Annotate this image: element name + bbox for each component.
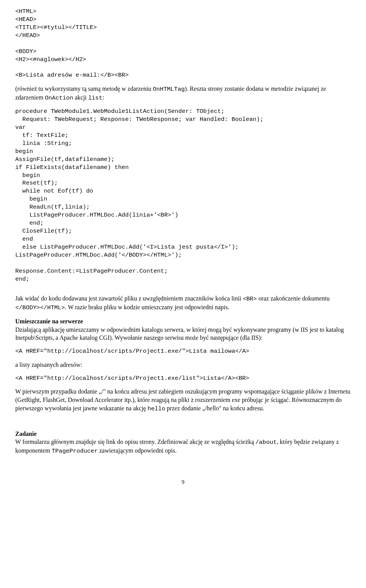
- code-block-4: <A HREF="http://localhost/scripts/Projec…: [15, 374, 351, 382]
- inline-code: TPageProducer: [52, 448, 98, 455]
- code-block-2: procedure TWebModule1.WebModule1ListActi…: [15, 108, 351, 283]
- text: Działającą aplikację umieszczamy w odpow…: [15, 326, 344, 341]
- inline-code: list: [88, 95, 102, 101]
- paragraph-explain-1: Jak widać do kodu dodawana jest zawartoś…: [15, 294, 351, 312]
- page-number: 9: [15, 478, 351, 486]
- code-block-1: <HTML> <HEAD> <TITLE><#tytul></TITLE> </…: [15, 8, 351, 79]
- inline-code: /about: [255, 439, 277, 446]
- text: przez dodanie „/hello" na końcu adresu.: [165, 405, 264, 411]
- text: akcji: [73, 94, 88, 101]
- code-block-3: <A HREF="http://localhost/scripts/Projec…: [15, 347, 351, 355]
- document-page: <HTML> <HEAD> <TITLE><#tytul></TITLE> </…: [0, 0, 366, 501]
- paragraph-server: Umieszczanie na serwerze Działającą apli…: [15, 317, 351, 342]
- text: Jak widać do kodu dodawana jest zawartoś…: [15, 295, 243, 302]
- inline-code: OnAction: [45, 95, 73, 101]
- inline-code: <BR>: [243, 296, 257, 302]
- text: . W razie braku pliku w kodzie umieszcza…: [65, 304, 229, 310]
- paragraph-intro: (również tu wykorzystamy tą samą metodę …: [15, 85, 351, 102]
- text: :: [102, 94, 104, 101]
- paragraph-task: Zadanie W formularzu głównym znajduje si…: [15, 430, 351, 455]
- text: zawierającym odpowiedni opis.: [98, 447, 177, 454]
- paragraph-list-note: a listy zapisanych adresów:: [15, 361, 351, 369]
- inline-code: OnHTMLTag: [153, 86, 185, 93]
- text: W formularzu głównym znajduje się link d…: [15, 439, 255, 445]
- inline-code: hello: [148, 405, 165, 412]
- text: oraz zakończenie dokumentu: [257, 295, 330, 302]
- paragraph-explain-2: W pierwszym przypadku dodanie „/" na koń…: [15, 387, 351, 413]
- inline-code: </BODY></HTML>: [15, 304, 65, 311]
- text: (również tu wykorzystamy tą samą metodę …: [15, 85, 153, 92]
- heading-task: Zadanie: [15, 431, 37, 437]
- heading-server: Umieszczanie na serwerze: [15, 318, 83, 325]
